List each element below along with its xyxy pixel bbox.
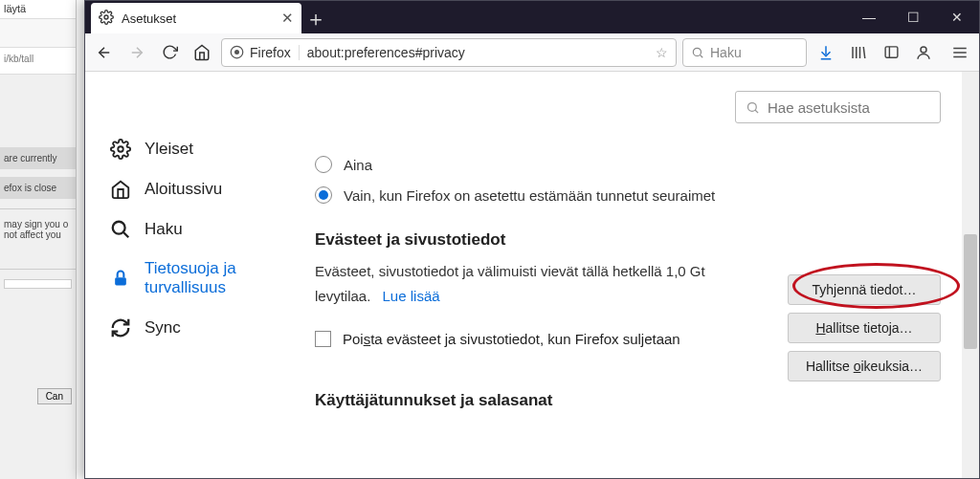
svg-point-0: [104, 15, 108, 19]
checkbox-label: Poista evästeet ja sivustotiedot, kun Fi…: [343, 331, 680, 347]
account-button[interactable]: [910, 39, 937, 66]
identity-label: Firefox: [250, 45, 291, 60]
firefox-icon: [230, 45, 244, 59]
gear-icon: [110, 139, 131, 160]
bookmark-star-icon[interactable]: ☆: [656, 45, 668, 60]
tab-label: Asetukset: [122, 11, 176, 26]
sidebar-item-label: Yleiset: [145, 140, 193, 159]
bg-strip-1: are currently: [0, 147, 76, 169]
svg-point-7: [113, 222, 125, 234]
sidebar-item-home[interactable]: Aloitussivu: [102, 169, 305, 209]
sidebar-item-label: Haku: [145, 220, 183, 239]
radio-only-blocking[interactable]: Vain, kun Firefox on asetettu estämään t…: [315, 186, 941, 204]
checkbox-icon: [315, 331, 331, 347]
sidebar-item-general[interactable]: Yleiset: [102, 129, 305, 169]
identity-box[interactable]: Firefox: [230, 45, 300, 60]
firefox-window: Asetukset ✕ ＋ — ☐ ✕ Firefox about:prefer: [84, 0, 980, 479]
manage-permissions-button[interactable]: Hallitse oikeuksia…: [788, 351, 941, 381]
search-icon: [746, 100, 760, 115]
new-tab-button[interactable]: ＋: [301, 5, 330, 33]
sidebar-item-privacy[interactable]: Tietosuoja jaturvallisuus: [102, 250, 305, 308]
tab-bar: Asetukset ✕ ＋ — ☐ ✕: [85, 1, 979, 33]
sidebar-button[interactable]: [878, 39, 904, 66]
bg-title: läytä: [0, 0, 76, 19]
radio-icon: [315, 156, 332, 173]
tab-close-icon[interactable]: ✕: [281, 10, 294, 27]
bg-note-2: not affect you: [4, 229, 72, 240]
forward-button[interactable]: [123, 39, 150, 66]
radio-always[interactable]: Aina: [315, 156, 941, 173]
radio-label: Vain, kun Firefox on asetettu estämään t…: [344, 187, 715, 204]
radio-icon: [315, 186, 332, 204]
radio-label: Aina: [344, 157, 372, 173]
url-bar[interactable]: Firefox about:preferences#privacy ☆: [221, 38, 677, 67]
scrollbar-thumb[interactable]: [964, 234, 977, 349]
library-button[interactable]: [845, 39, 872, 66]
home-button[interactable]: [189, 39, 215, 66]
settings-main: Hae asetuksista Aina Vain, kun Firefox o…: [305, 72, 979, 478]
cookies-description: Evästeet, sivustotiedot ja välimuisti vi…: [315, 259, 765, 308]
svg-point-3: [693, 48, 701, 55]
section-logins-title: Käyttäjätunnukset ja salasanat: [315, 391, 941, 410]
settings-sidebar: Yleiset Aloitussivu Haku Tietosuoja: [85, 72, 305, 478]
nav-toolbar: Firefox about:preferences#privacy ☆ Haku: [85, 33, 979, 72]
maximize-button[interactable]: ☐: [891, 1, 935, 33]
background-window: läytä i/kb/tall are currently efox is cl…: [0, 0, 77, 479]
svg-rect-8: [115, 278, 126, 286]
sidebar-item-label: Aloitussivu: [145, 180, 222, 199]
svg-point-6: [118, 146, 123, 152]
bg-toolbar: [0, 19, 76, 48]
back-button[interactable]: [91, 39, 118, 66]
learn-more-link[interactable]: Lue lisää: [383, 288, 440, 304]
svg-point-9: [748, 102, 757, 111]
scrollbar[interactable]: [962, 72, 979, 478]
svg-point-2: [234, 50, 239, 54]
sidebar-item-label: Sync: [145, 318, 181, 337]
settings-search-input[interactable]: Hae asetuksista: [735, 91, 941, 123]
search-placeholder: Haku: [710, 45, 742, 60]
radio-group: Aina Vain, kun Firefox on asetettu estäm…: [315, 156, 941, 204]
search-bar[interactable]: Haku: [682, 38, 807, 67]
cookies-button-column: Tyhjennä tiedot… Hallitse tietoja… Halli…: [788, 274, 941, 381]
bg-strip-2: efox is close: [0, 177, 76, 199]
settings-search-placeholder: Hae asetuksista: [768, 99, 870, 116]
bg-cancel-button[interactable]: Can: [37, 388, 72, 404]
downloads-button[interactable]: [813, 39, 839, 66]
content-area: Yleiset Aloitussivu Haku Tietosuoja: [85, 72, 979, 478]
menu-button[interactable]: [947, 39, 973, 66]
home-icon: [110, 179, 131, 200]
svg-rect-4: [885, 47, 898, 57]
window-controls: — ☐ ✕: [847, 1, 979, 33]
bg-body: are currently efox is close may sign you…: [0, 75, 76, 296]
close-window-button[interactable]: ✕: [935, 1, 979, 33]
sidebar-item-sync[interactable]: Sync: [102, 308, 305, 348]
search-icon: [110, 219, 131, 240]
gear-icon: [99, 10, 114, 28]
sidebar-item-label: Tietosuoja jaturvallisuus: [145, 259, 236, 298]
minimize-button[interactable]: —: [847, 1, 891, 33]
manage-data-button[interactable]: Hallitse tietoja…: [788, 313, 941, 343]
section-cookies-title: Evästeet ja sivustotiedot: [315, 230, 941, 250]
url-text: about:preferences#privacy: [307, 45, 465, 60]
tab-settings[interactable]: Asetukset ✕: [91, 3, 301, 33]
svg-point-5: [921, 47, 926, 53]
reload-button[interactable]: [156, 39, 183, 66]
sync-icon: [110, 317, 131, 338]
search-icon: [691, 46, 704, 59]
clear-data-button[interactable]: Tyhjennä tiedot…: [788, 274, 941, 305]
sidebar-item-search[interactable]: Haku: [102, 209, 305, 250]
lock-icon: [110, 268, 131, 289]
bg-url: i/kb/tall: [0, 48, 76, 75]
bg-note-1: may sign you o: [4, 219, 72, 229]
